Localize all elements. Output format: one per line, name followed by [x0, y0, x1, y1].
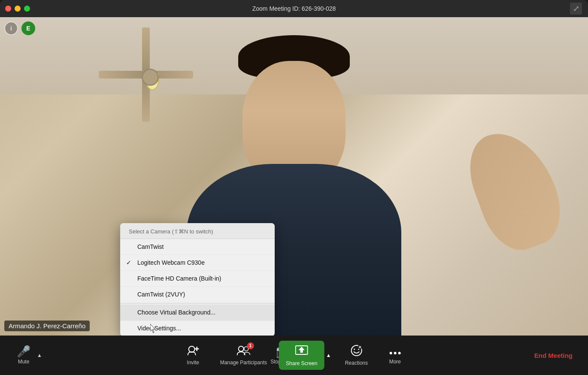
end-meeting-button[interactable]: End Meeting [527, 348, 579, 363]
menu-header: Select a Camera (⇧⌘N to switch) [120, 223, 275, 239]
menu-item-camtwist[interactable]: CamTwist [120, 239, 275, 255]
menu-item-virtual-bg[interactable]: Choose Virtual Background... [120, 305, 275, 321]
participants-icon: 1 [236, 345, 250, 358]
fan-blade-3 [99, 71, 146, 79]
window-title: Zoom Meeting ID: 626-390-028 [252, 5, 336, 12]
invite-icon [187, 345, 199, 358]
reactions-label: Reactions [345, 360, 368, 366]
menu-item-label-camtwist2vuy: CamTwist (2VUY) [137, 291, 185, 298]
fan-center [142, 69, 159, 86]
participants-label: Manage Participants [220, 360, 267, 366]
e-avatar: E [21, 21, 35, 35]
svg-point-13 [389, 352, 392, 354]
mute-button[interactable]: 🎤 Mute [9, 343, 39, 367]
maximize-button[interactable] [24, 6, 30, 12]
menu-item-label-camtwist: CamTwist [137, 243, 164, 250]
reactions-icon [350, 345, 362, 358]
svg-point-15 [398, 352, 400, 354]
mute-chevron[interactable]: ▲ [35, 349, 44, 362]
mute-group: 🎤 Mute ▲ [9, 343, 44, 367]
camera-context-menu: Select a Camera (⇧⌘N to switch) CamTwist… [120, 223, 275, 336]
info-button[interactable]: i [4, 21, 18, 35]
minimize-button[interactable] [15, 6, 21, 12]
mute-icon: 🎤 [17, 346, 30, 357]
menu-header-text: Select a Camera (⇧⌘N to switch) [129, 228, 213, 235]
menu-item-label-virtual-bg: Choose Virtual Background... [137, 309, 215, 316]
share-screen-group: Share Screen ▲ [279, 341, 333, 370]
svg-point-0 [189, 346, 195, 352]
menu-separator [120, 303, 275, 304]
mute-label: Mute [18, 359, 30, 365]
menu-item-logitech[interactable]: Logitech Webcam C930e [120, 255, 275, 271]
toolbar-center: Invite 1 Manage Participants [178, 341, 410, 370]
fan-blade-4 [142, 27, 150, 75]
ceiling-fan [86, 30, 206, 99]
menu-item-facetime[interactable]: FaceTime HD Camera (Built-in) [120, 271, 275, 287]
share-screen-label: Share Screen [286, 360, 317, 366]
zoom-window: Zoom Meeting ID: 626-390-028 ⤢ i E Arman… [0, 0, 588, 375]
svg-marker-6 [299, 347, 305, 353]
invite-label: Invite [187, 360, 199, 366]
svg-point-14 [394, 352, 396, 354]
svg-point-3 [238, 346, 243, 351]
menu-item-label-logitech: Logitech Webcam C930e [137, 259, 205, 266]
invite-button[interactable]: Invite [178, 342, 208, 368]
menu-item-camtwist2vuy[interactable]: CamTwist (2VUY) [120, 287, 275, 302]
more-icon [389, 346, 401, 357]
menu-item-label-facetime: FaceTime HD Camera (Built-in) [137, 275, 221, 282]
close-button[interactable] [5, 6, 11, 12]
svg-point-8 [354, 349, 355, 350]
menu-item-video-settings[interactable]: Video Settings... [120, 321, 275, 336]
more-button[interactable]: More [380, 343, 410, 367]
participants-count: 1 [247, 342, 254, 349]
manage-participants-button[interactable]: 1 Manage Participants [217, 342, 270, 368]
fullscreen-button[interactable]: ⤢ [570, 3, 582, 15]
window-controls [5, 6, 30, 12]
share-chevron[interactable]: ▲ [324, 349, 333, 362]
toolbar: 🎤 Mute ▲ 📷 Stop Video ▲ [0, 336, 588, 375]
share-screen-icon [295, 344, 308, 359]
menu-item-label-video-settings: Video Settings... [137, 325, 181, 332]
reactions-button[interactable]: Reactions [341, 342, 371, 369]
participant-name-badge: Armando J. Perez-Carreño [4, 321, 90, 331]
share-screen-button[interactable]: Share Screen [279, 341, 324, 370]
video-area: i E Armando J. Perez-Carreño Select a Ca… [0, 17, 588, 336]
more-label: More [389, 359, 401, 365]
info-icon: i [10, 25, 12, 32]
titlebar: Zoom Meeting ID: 626-390-028 ⤢ [0, 0, 588, 17]
